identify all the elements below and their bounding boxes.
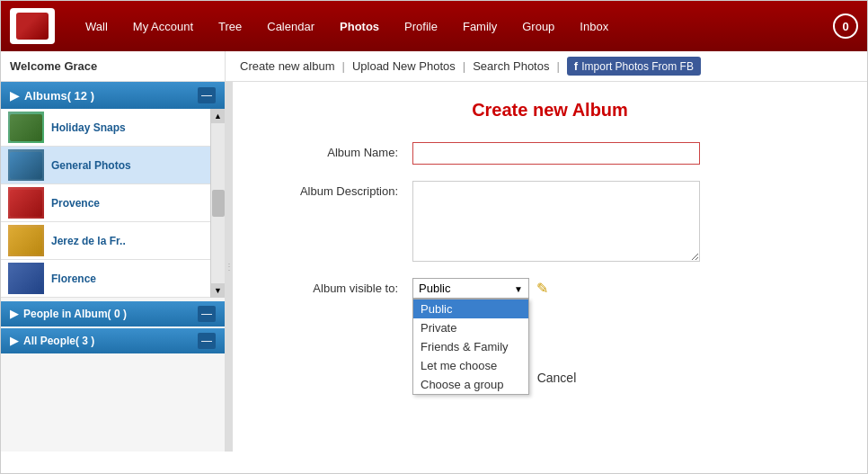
album-desc-label: Album Description: (269, 181, 412, 198)
album-name-general: General Photos (51, 159, 131, 172)
album-list: Holiday Snaps General Photos Provence (1, 109, 210, 298)
option-let-me-choose[interactable]: Let me choose (413, 356, 528, 375)
album-visible-label: Album visible to: (269, 278, 412, 295)
people-in-album-label: People in Album( 0 ) (23, 308, 127, 320)
nav-profile[interactable]: Profile (392, 20, 450, 33)
option-public[interactable]: Public (413, 300, 528, 318)
scroll-thumb (212, 190, 225, 217)
people-arrow-icon: ▶ (10, 308, 18, 320)
album-desc-row: Album Description: (269, 181, 831, 262)
albums-header-label: Albums( 12 ) (24, 89, 94, 103)
nav-calendar[interactable]: Calendar (254, 20, 327, 33)
people-collapse-btn[interactable]: — (198, 306, 216, 322)
visibility-selected-value: Public (419, 282, 450, 295)
nav-tree[interactable]: Tree (206, 20, 254, 33)
all-people-collapse-btn[interactable]: — (198, 333, 216, 349)
all-people-arrow-icon: ▶ (10, 335, 18, 347)
all-people-label: All People( 3 ) (23, 335, 94, 347)
album-item-florence[interactable]: Florence (1, 260, 210, 298)
nav-links: Wall My Account Tree Calendar Photos Pro… (73, 20, 833, 33)
import-fb-button[interactable]: f Import Photos From FB (567, 57, 701, 76)
albums-collapse-btn[interactable]: — (198, 87, 216, 103)
album-thumb-general (8, 149, 44, 181)
album-thumb-provence (8, 187, 44, 219)
create-album-link[interactable]: Create new album (240, 59, 335, 73)
people-in-album-header[interactable]: ▶ People in Album( 0 ) — (1, 301, 225, 326)
edit-visibility-icon[interactable]: ✎ (536, 278, 548, 297)
all-people-header[interactable]: ▶ All People( 3 ) — (1, 328, 225, 353)
album-item-jerez[interactable]: Jerez de la Fr.. (1, 222, 210, 260)
sep3: | (554, 59, 561, 73)
form-area: Create new Album Album Name: Album Descr… (233, 82, 867, 452)
visibility-dropdown-arrow: ▼ (514, 283, 523, 293)
album-visible-row: Album visible to: Public ▼ Public Privat… (269, 278, 831, 299)
sidebar: ▶ Albums( 12 ) — Holiday Snaps (1, 82, 226, 452)
cancel-button[interactable]: Cancel (537, 371, 577, 385)
albums-section-header[interactable]: ▶ Albums( 12 ) — (1, 82, 225, 109)
search-photos-link[interactable]: Search Photos (473, 59, 549, 73)
option-private[interactable]: Private (413, 318, 528, 337)
top-nav: Wall My Account Tree Calendar Photos Pro… (1, 1, 867, 51)
album-thumb-jerez (8, 225, 44, 256)
nav-group[interactable]: Group (509, 20, 567, 33)
nav-photos[interactable]: Photos (327, 20, 392, 33)
album-name-holiday: Holiday Snaps (51, 121, 126, 134)
nav-my-account[interactable]: My Account (120, 20, 206, 33)
visibility-select-display[interactable]: Public ▼ (412, 278, 529, 299)
album-item-general-photos[interactable]: General Photos (1, 147, 210, 184)
album-item-holiday-snaps[interactable]: Holiday Snaps (1, 109, 210, 147)
album-name-row: Album Name: (269, 142, 831, 165)
nav-family[interactable]: Family (450, 20, 509, 33)
welcome-text: Welcome Grace (10, 59, 97, 73)
facebook-icon: f (574, 59, 578, 73)
visibility-wrapper: Public ▼ Public Private Friends & Family… (412, 278, 529, 299)
form-title: Create new Album (269, 100, 831, 121)
visibility-dropdown: Public Private Friends & Family Let me c… (412, 299, 529, 395)
scroll-up-btn[interactable]: ▲ (211, 109, 225, 123)
import-fb-label: Import Photos From FB (581, 60, 694, 73)
album-thumb-florence (8, 263, 44, 294)
nav-wall[interactable]: Wall (73, 20, 120, 33)
app-logo (10, 8, 55, 44)
resize-handle[interactable]: ⋮ (226, 82, 233, 452)
album-name-florence: Florence (51, 273, 96, 285)
albums-arrow-icon: ▶ (10, 89, 19, 103)
form-actions: Save and update | Cancel (269, 371, 831, 385)
main-content: ▶ Albums( 12 ) — Holiday Snaps (1, 82, 867, 452)
scroll-down-btn[interactable]: ▼ (211, 283, 225, 298)
nav-inbox[interactable]: Inbox (567, 20, 621, 33)
album-name-label: Album Name: (269, 142, 412, 159)
option-choose-group[interactable]: Choose a group (413, 375, 528, 394)
album-thumb-holiday (8, 112, 44, 143)
sidebar-scrollbar[interactable]: ▲ ▼ (210, 109, 225, 298)
album-name-provence: Provence (51, 197, 100, 210)
upload-photos-link[interactable]: Upload New Photos (352, 59, 456, 73)
inbox-badge[interactable]: 0 (833, 13, 858, 39)
album-desc-input[interactable] (412, 181, 700, 262)
option-friends-family[interactable]: Friends & Family (413, 337, 528, 356)
album-name-input[interactable] (412, 142, 700, 165)
sep1: | (341, 59, 347, 73)
sep2: | (461, 59, 467, 73)
album-name-jerez: Jerez de la Fr.. (51, 235, 126, 247)
album-item-provence[interactable]: Provence (1, 184, 210, 222)
app-frame: Wall My Account Tree Calendar Photos Pro… (0, 0, 868, 474)
